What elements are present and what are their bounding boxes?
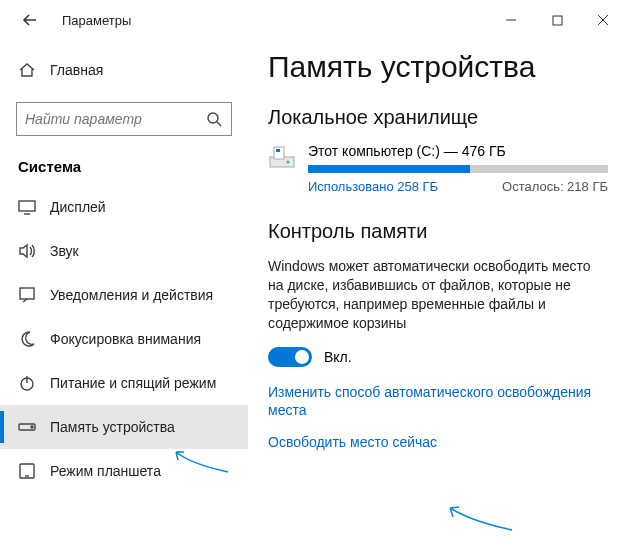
sidebar-item-label: Питание и спящий режим	[50, 375, 216, 391]
search-box[interactable]	[16, 102, 232, 136]
svg-rect-10	[276, 149, 280, 152]
sidebar-item-sound[interactable]: Звук	[0, 229, 248, 273]
svg-rect-9	[274, 147, 284, 159]
sidebar-home-label: Главная	[50, 62, 103, 78]
disk-row[interactable]: Этот компьютер (C:) — 476 ГБ Использован…	[268, 143, 608, 194]
home-icon	[18, 61, 36, 79]
sidebar-item-storage[interactable]: Память устройства	[0, 405, 248, 449]
storage-sense-heading: Контроль памяти	[268, 220, 608, 243]
back-button[interactable]	[10, 0, 50, 40]
power-icon	[18, 374, 36, 392]
sound-icon	[18, 242, 36, 260]
svg-rect-3	[20, 288, 34, 299]
sidebar-item-power[interactable]: Питание и спящий режим	[0, 361, 248, 405]
sidebar: Главная Система Дисплей Звук Уведо	[0, 40, 248, 539]
notifications-icon	[18, 286, 36, 304]
window-title: Параметры	[62, 13, 131, 28]
sidebar-item-label: Память устройства	[50, 419, 175, 435]
disk-used-label: Использовано 258 ГБ	[308, 179, 438, 194]
tablet-icon	[18, 462, 36, 480]
storage-icon	[18, 418, 36, 436]
disk-title: Этот компьютер (C:) — 476 ГБ	[308, 143, 608, 159]
sidebar-item-notifications[interactable]: Уведомления и действия	[0, 273, 248, 317]
titlebar: Параметры	[0, 0, 626, 40]
sidebar-item-focus-assist[interactable]: Фокусировка внимания	[0, 317, 248, 361]
svg-rect-0	[553, 16, 562, 25]
local-storage-heading: Локальное хранилище	[268, 106, 608, 129]
page-title: Память устройства	[268, 50, 608, 84]
disk-usage-bar	[308, 165, 608, 173]
window-controls	[488, 4, 626, 36]
maximize-button[interactable]	[534, 4, 580, 36]
content-pane: Память устройства Локальное хранилище Эт…	[248, 40, 626, 539]
sidebar-item-label: Дисплей	[50, 199, 106, 215]
close-button[interactable]	[580, 4, 626, 36]
disk-remaining-label: Осталось: 218 ГБ	[502, 179, 608, 194]
sidebar-item-display[interactable]: Дисплей	[0, 185, 248, 229]
svg-point-11	[287, 161, 290, 164]
display-icon	[18, 198, 36, 216]
sidebar-section-heading: Система	[0, 150, 248, 185]
link-free-space-now[interactable]: Освободить место сейчас	[268, 433, 608, 451]
minimize-button[interactable]	[488, 4, 534, 36]
search-icon	[205, 110, 223, 128]
sidebar-item-tablet[interactable]: Режим планшета	[0, 449, 248, 493]
sidebar-item-label: Фокусировка внимания	[50, 331, 201, 347]
storage-sense-description: Windows может автоматически освободить м…	[268, 257, 608, 333]
link-change-cleanup[interactable]: Изменить способ автоматического освобожд…	[268, 383, 608, 419]
svg-point-6	[31, 426, 33, 428]
sidebar-item-label: Звук	[50, 243, 79, 259]
search-input[interactable]	[25, 111, 205, 127]
disk-icon	[268, 143, 296, 171]
sidebar-item-label: Уведомления и действия	[50, 287, 213, 303]
svg-rect-2	[19, 201, 35, 211]
moon-icon	[18, 330, 36, 348]
storage-sense-toggle[interactable]	[268, 347, 312, 367]
svg-point-1	[208, 113, 218, 123]
toggle-label: Вкл.	[324, 349, 352, 365]
sidebar-home[interactable]: Главная	[0, 48, 248, 92]
sidebar-item-label: Режим планшета	[50, 463, 161, 479]
